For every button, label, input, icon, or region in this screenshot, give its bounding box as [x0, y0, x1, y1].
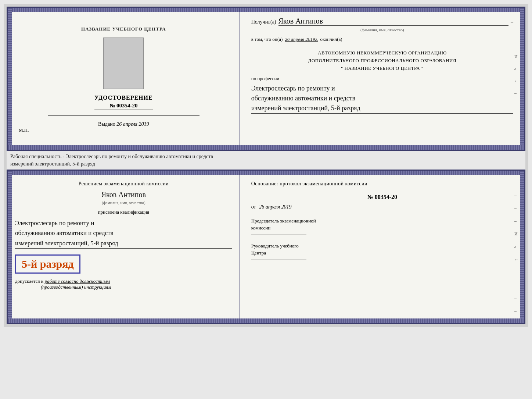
label-udostoverenie: УДОСТОВЕРЕНИЕ: [94, 95, 153, 101]
label-dopuskaetsya: допускается к: [15, 278, 43, 284]
bottom-right-side-chars: – – – И а ← – – – –: [514, 193, 519, 314]
bottom-cert-left: Решением экзаменационной комиссии Яков А…: [8, 171, 240, 323]
profession-line2: обслуживанию автоматики и средств: [251, 93, 513, 103]
org-line2: ДОПОЛНИТЕЛЬНОГО ПРОФЕССИОНАЛЬНОГО ОБРАЗО…: [251, 57, 513, 65]
bottom-certificate: Решением экзаменационной комиссии Яков А…: [7, 170, 525, 324]
middle-line2: измерений электростанций, 5-й разряд: [10, 160, 522, 168]
dopusk-italic2: (производственным) инструкциям: [41, 284, 232, 290]
label-osnovanie: Основание: протокол экзаменационной коми…: [251, 180, 513, 188]
right-side-chars: – – И а ← –: [514, 30, 519, 96]
label-predsedatel: Председатель экзаменационной комиссии: [251, 217, 513, 232]
qual-line2: обслуживанию автоматики и средств: [15, 228, 232, 238]
profession-text: Электрослесарь по ремонту и обслуживанию…: [251, 83, 513, 114]
cert-mp: М.П.: [19, 127, 29, 133]
bottom-label-fio-sub: (фамилия, имя, отчество): [15, 200, 232, 205]
sign-line-predsedatel: [251, 235, 306, 235]
poluchil-row: Получил(а) Яков Антипов –: [251, 17, 513, 26]
label-rukovoditel: Руководитель учебного Центра: [251, 242, 513, 257]
label-po-professii: по профессии: [251, 76, 513, 82]
label-vtom: в том, что он(а): [251, 36, 283, 42]
razryad-box-container: 5-й разряд: [15, 252, 232, 277]
org-name-left: НАЗВАНИЕ УЧЕБНОГО ЦЕНТРА: [81, 26, 166, 32]
top-cert-left-panel: НАЗВАНИЕ УЧЕБНОГО ЦЕНТРА УДОСТОВЕРЕНИЕ №…: [8, 8, 240, 150]
middle-text-block: Рабочая специальность - Электрослесарь п…: [7, 151, 525, 170]
sign-line-rukovoditel: [251, 260, 306, 260]
label-ot: от: [251, 204, 256, 210]
razryad-box: 5-й разряд: [15, 254, 80, 274]
rukovoditel-line2: Центра: [251, 249, 513, 257]
date-vtom: 26 апреля 2019г.: [285, 36, 318, 42]
label-resheniem: Решением экзаменационной комиссии: [15, 180, 232, 188]
label-poluchil: Получил(а): [251, 19, 276, 25]
cert-line-separator: [48, 115, 200, 116]
br-ot-row: от 26 апреля 2019: [251, 204, 513, 210]
org-line1: АВТОНОМНУЮ НЕКОММЕРЧЕСКУЮ ОРГАНИЗАЦИЮ: [251, 49, 513, 57]
profession-line3: измерений электростанций, 5-й разряд: [251, 103, 513, 113]
label-okonchil: окончил(а): [320, 36, 342, 42]
qualification-text: Электрослесарь по ремонту и обслуживанию…: [15, 218, 232, 249]
top-cert-right-panel: Получил(а) Яков Антипов – (фамилия, имя,…: [240, 8, 524, 150]
predsedatel-line2: комиссии: [251, 224, 513, 232]
bottom-cert-right: Основание: протокол экзаменационной коми…: [240, 171, 524, 323]
vtom-row: в том, что он(а) 26 апреля 2019г. окончи…: [251, 36, 513, 44]
label-prisvoena: присвоена квалификация: [15, 209, 232, 215]
cert-vydano-row: Выдано 26 апреля 2019: [98, 121, 149, 127]
org-block: АВТОНОМНУЮ НЕКОММЕРЧЕСКУЮ ОРГАНИЗАЦИЮ ДО…: [251, 49, 513, 72]
profession-line1: Электрослесарь по ремонту и: [251, 83, 513, 93]
qual-line1: Электрослесарь по ремонту и: [15, 218, 232, 228]
rukovoditel-line1: Руководитель учебного: [251, 242, 513, 250]
date-vydano: 26 апреля 2019: [116, 121, 149, 127]
bottom-fio-value: Яков Антипов: [15, 190, 232, 199]
label-vydano: Выдано: [98, 121, 115, 127]
fio-value: Яков Антипов: [278, 17, 508, 26]
middle-line1: Рабочая специальность - Электрослесарь п…: [10, 153, 522, 160]
top-certificate: НАЗВАНИЕ УЧЕБНОГО ЦЕНТРА УДОСТОВЕРЕНИЕ №…: [7, 7, 525, 151]
label-fio-sub: (фамилия, имя, отчество): [251, 28, 513, 32]
br-number: № 00354-20: [251, 194, 513, 200]
date-ot: 26 апреля 2019: [259, 204, 291, 210]
qual-line3: измерений электростанций, 5-й разряд: [15, 238, 232, 248]
cert-number: № 00354-20: [94, 103, 153, 110]
org-line3: " НАЗВАНИЕ УЧЕБНОГО ЦЕНТРА ": [251, 65, 513, 72]
predsedatel-line1: Председатель экзаменационной: [251, 217, 513, 225]
photo-area: [103, 38, 144, 89]
main-container: НАЗВАНИЕ УЧЕБНОГО ЦЕНТРА УДОСТОВЕРЕНИЕ №…: [4, 4, 528, 327]
dopuskaetsya-row: допускается к работе согласно должностны…: [15, 278, 232, 284]
razryad-text: 5-й разряд: [22, 258, 74, 270]
dopusk-italic: работе согласно должностным: [44, 278, 110, 284]
